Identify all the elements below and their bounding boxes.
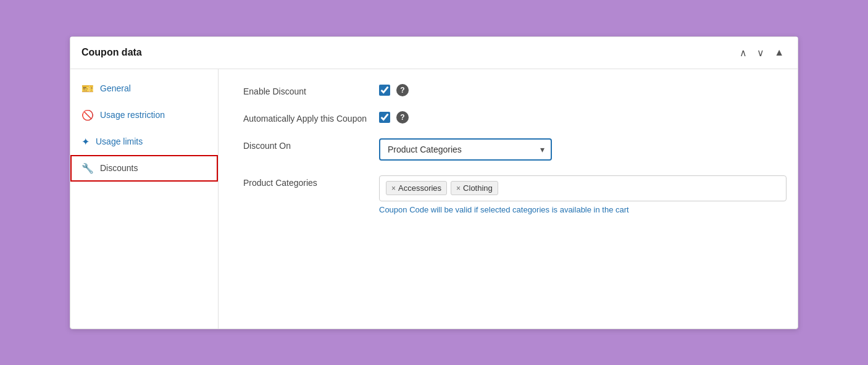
auto-apply-checkbox[interactable] [379,112,390,123]
product-categories-col: × Accessories × Clothing Coupon Code wil… [379,175,787,214]
tag-accessories-label: Accessories [398,183,441,193]
discount-on-select[interactable]: Product Categories Products Cart Total [379,138,552,161]
enable-discount-checkbox[interactable] [379,85,390,96]
enable-discount-row: Enable Discount ? [243,84,787,96]
limits-icon: ✦ [81,136,90,148]
tag-clothing-label: Clothing [463,183,493,193]
sidebar-item-usage-limits-label: Usage limits [96,136,143,146]
sidebar-item-usage-restriction[interactable]: 🚫 Usage restriction [70,102,218,128]
wrench-icon: 🔧 [81,162,94,174]
auto-apply-row: Automatically Apply this Coupon ? [243,111,787,124]
coupon-data-panel: Coupon data ∧ ∨ ▲ 🎫 General 🚫 Usage rest… [70,36,798,329]
chevron-down-button[interactable]: ∨ [754,46,767,60]
discount-on-select-wrapper: Product Categories Products Cart Total ▾ [379,138,552,161]
enable-discount-help-icon[interactable]: ? [396,84,409,96]
collapse-button[interactable]: ▲ [772,46,787,60]
discount-on-row: Discount On Product Categories Products … [243,138,787,161]
product-categories-hint: Coupon Code will be valid if selected ca… [379,205,787,214]
enable-discount-control: ? [379,84,787,96]
tag-clothing: × Clothing [451,181,498,195]
enable-discount-label: Enable Discount [243,84,379,96]
sidebar-item-usage-limits[interactable]: ✦ Usage limits [70,128,218,155]
discount-on-control: Product Categories Products Cart Total ▾ [379,138,787,161]
tag-accessories-remove[interactable]: × [391,184,396,193]
panel-body: 🎫 General 🚫 Usage restriction ✦ Usage li… [70,69,798,329]
restriction-icon: 🚫 [81,109,94,121]
panel-title: Coupon data [81,47,142,58]
tag-clothing-remove[interactable]: × [456,184,461,193]
product-categories-row: Product Categories × Accessories × Cloth… [243,175,787,214]
sidebar-item-discounts[interactable]: 🔧 Discounts [70,155,218,182]
content-area: Enable Discount ? Automatically Apply th… [219,69,811,329]
panel-header: Coupon data ∧ ∨ ▲ [70,37,798,69]
sidebar-item-general[interactable]: 🎫 General [70,75,218,102]
product-categories-label: Product Categories [243,175,379,188]
discount-on-label: Discount On [243,138,379,151]
product-categories-tags-input[interactable]: × Accessories × Clothing [379,175,787,201]
auto-apply-label: Automatically Apply this Coupon [243,111,379,124]
tag-accessories: × Accessories [386,181,447,195]
panel-controls: ∧ ∨ ▲ [737,46,787,60]
sidebar-item-discounts-label: Discounts [100,163,138,173]
sidebar-item-general-label: General [100,83,131,93]
ticket-icon: 🎫 [81,83,94,94]
sidebar-item-usage-restriction-label: Usage restriction [100,110,165,120]
auto-apply-control: ? [379,111,787,124]
sidebar: 🎫 General 🚫 Usage restriction ✦ Usage li… [70,69,219,329]
chevron-up-button[interactable]: ∧ [737,46,749,60]
auto-apply-help-icon[interactable]: ? [396,111,409,124]
